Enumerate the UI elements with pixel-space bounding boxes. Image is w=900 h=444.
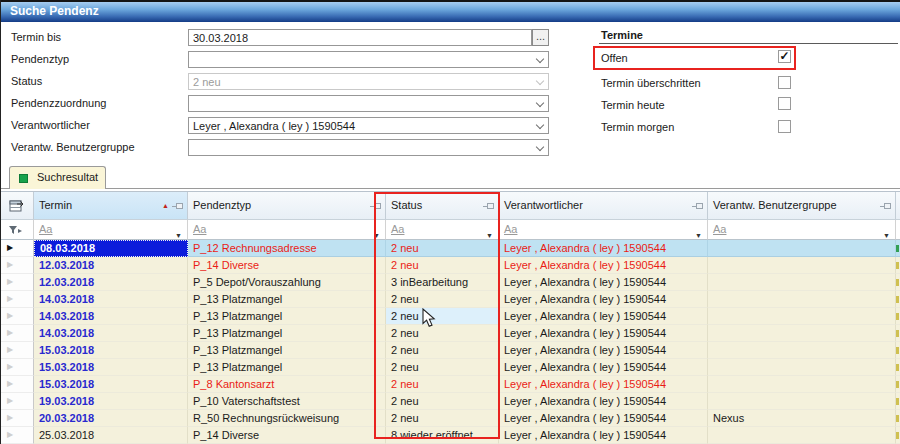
cell-pendenztyp[interactable]: P_14 Diverse [188,257,386,274]
cell-verantw-benutzergruppe[interactable]: Nexus [708,410,896,427]
filter-gutter-cell[interactable] [1,220,34,240]
verantw-benutzergruppe-dropdown[interactable] [188,139,549,156]
table-row[interactable]: ▶20.03.2018R_50 Rechnungsrückweisung2 ne… [1,410,900,427]
table-row[interactable]: ▶15.03.2018P_8 Kantonsarzt2 neuLeyer , A… [1,376,900,393]
cell-termin[interactable]: 20.03.2018 [34,410,188,427]
pendenzzuordnung-dropdown[interactable] [188,95,549,112]
row-indicator-cell[interactable]: ▶ [1,410,34,427]
table-row[interactable]: ▶14.03.2018P_13 Platzmangel2 neuLeyer , … [1,308,900,325]
cell-status[interactable]: 2 neu [386,393,499,410]
termin-heute-checkbox[interactable] [778,97,791,110]
cell-pendenztyp[interactable]: P_8 Kantonsarzt [188,376,386,393]
cell-status[interactable]: 2 neu [386,291,499,308]
column-header-termin[interactable]: Termin ▲ [34,192,188,220]
pin-icon[interactable] [696,203,703,209]
row-indicator-cell[interactable]: ▶ [1,427,34,444]
cell-verantwortlicher[interactable]: Leyer , Alexandra ( ley ) 1590544 [499,274,708,291]
offen-checkbox[interactable]: ✓ [778,50,791,63]
filter-cell-pendenztyp[interactable]: Aa▼ [188,220,386,240]
cell-termin[interactable]: 15.03.2018 [34,359,188,376]
table-row[interactable]: ▶15.03.2018P_13 Platzmangel2 neuLeyer , … [1,359,900,376]
pin-icon[interactable] [374,203,381,209]
filter-dropdown-icon[interactable]: ▼ [486,226,493,245]
row-indicator-cell[interactable]: ▶ [1,274,34,291]
row-indicator-cell[interactable]: ▶ [1,393,34,410]
cell-status[interactable]: 2 neu [386,308,499,325]
cell-status[interactable]: 2 neu [386,342,499,359]
filter-cell-status[interactable]: Aa▼ [386,220,499,240]
cell-pendenztyp[interactable]: P_13 Platzmangel [188,325,386,342]
cell-verantw-benutzergruppe[interactable] [708,240,896,257]
row-indicator-cell[interactable]: ▶ [1,240,34,257]
table-corner-cell[interactable] [1,192,34,220]
cell-pendenztyp[interactable]: P_13 Platzmangel [188,359,386,376]
cell-termin[interactable]: 19.03.2018 [34,393,188,410]
table-row[interactable]: ▶12.03.2018P_5 Depot/Vorauszahlung3 inBe… [1,274,900,291]
cell-termin[interactable]: 12.03.2018 [34,274,188,291]
table-row[interactable]: ▶08.03.2018P_12 Rechnungsadresse2 neuLey… [1,240,900,257]
cell-status[interactable]: 2 neu [386,410,499,427]
cell-pendenztyp[interactable]: P_10 Vaterschaftstest [188,393,386,410]
cell-verantwortlicher[interactable]: Leyer , Alexandra ( ley ) 1590544 [499,410,708,427]
row-indicator-cell[interactable]: ▶ [1,308,34,325]
termin-ueberschritten-checkbox[interactable] [778,76,791,89]
cell-verantwortlicher[interactable]: Leyer , Alexandra ( ley ) 1590544 [499,257,708,274]
verantwortlicher-dropdown[interactable]: Leyer , Alexandra ( ley ) 1590544 [188,117,549,134]
cell-pendenztyp[interactable]: P_13 Platzmangel [188,342,386,359]
cell-verantwortlicher[interactable]: Leyer , Alexandra ( ley ) 1590544 [499,342,708,359]
cell-verantw-benutzergruppe[interactable] [708,342,896,359]
cell-verantwortlicher[interactable]: Leyer , Alexandra ( ley ) 1590544 [499,240,708,257]
cell-termin[interactable]: 15.03.2018 [34,342,188,359]
column-header-status[interactable]: Status [386,192,499,220]
cell-termin[interactable]: 14.03.2018 [34,308,188,325]
cell-verantw-benutzergruppe[interactable] [708,325,896,342]
pin-icon[interactable] [487,203,494,209]
cell-status[interactable]: 3 inBearbeitung [386,274,499,291]
cell-verantw-benutzergruppe[interactable] [708,359,896,376]
cell-verantw-benutzergruppe[interactable] [708,308,896,325]
cell-verantwortlicher[interactable]: Leyer , Alexandra ( ley ) 1590544 [499,376,708,393]
row-indicator-cell[interactable]: ▶ [1,325,34,342]
cell-verantw-benutzergruppe[interactable] [708,427,896,444]
row-indicator-cell[interactable]: ▶ [1,376,34,393]
cell-verantwortlicher[interactable]: Leyer , Alexandra ( ley ) 1590544 [499,393,708,410]
cell-termin[interactable]: 08.03.2018 [34,240,188,257]
filter-dropdown-icon[interactable]: ▼ [373,226,380,245]
cell-pendenztyp[interactable]: P_13 Platzmangel [188,291,386,308]
cell-verantw-benutzergruppe[interactable] [708,257,896,274]
cell-pendenztyp[interactable]: R_50 Rechnungsrückweisung [188,410,386,427]
cell-pendenztyp[interactable]: P_5 Depot/Vorauszahlung [188,274,386,291]
status-dropdown[interactable]: 2 neu [188,73,549,90]
cell-status[interactable]: 2 neu [386,359,499,376]
cell-status[interactable]: 2 neu [386,376,499,393]
cell-termin[interactable]: 25.03.2018 [34,427,188,444]
cell-verantw-benutzergruppe[interactable] [708,274,896,291]
column-header-pendenztyp[interactable]: Pendenztyp [188,192,386,220]
cell-verantw-benutzergruppe[interactable] [708,376,896,393]
pendenztyp-dropdown[interactable] [188,51,549,68]
table-row[interactable]: ▶14.03.2018P_13 Platzmangel2 neuLeyer , … [1,325,900,342]
table-row[interactable]: ▶19.03.2018P_10 Vaterschaftstest2 neuLey… [1,393,900,410]
cell-verantw-benutzergruppe[interactable] [708,291,896,308]
pin-icon[interactable] [884,203,891,209]
filter-dropdown-icon[interactable]: ▼ [883,226,890,245]
date-picker-button[interactable]: ... [532,29,549,46]
table-row[interactable]: ▶14.03.2018P_13 Platzmangel2 neuLeyer , … [1,291,900,308]
table-row[interactable]: ▶25.03.2018P_14 Diverse8 wieder eröffnet… [1,427,900,444]
row-indicator-cell[interactable]: ▶ [1,291,34,308]
termin-bis-input[interactable]: 30.03.2018 [188,29,532,46]
cell-verantwortlicher[interactable]: Leyer , Alexandra ( ley ) 1590544 [499,291,708,308]
cell-termin[interactable]: 12.03.2018 [34,257,188,274]
filter-dropdown-icon[interactable]: ▼ [175,226,182,245]
filter-cell-termin[interactable]: Aa▼ [34,220,188,240]
filter-cell-verantw-benutzergruppe[interactable]: Aa▼ [708,220,896,240]
cell-status[interactable]: 2 neu [386,325,499,342]
cell-termin[interactable]: 14.03.2018 [34,291,188,308]
pin-icon[interactable] [176,203,183,209]
cell-status[interactable]: 2 neu [386,240,499,257]
cell-pendenztyp[interactable]: P_12 Rechnungsadresse [188,240,386,257]
filter-dropdown-icon[interactable]: ▼ [695,226,702,245]
cell-verantwortlicher[interactable]: Leyer , Alexandra ( ley ) 1590544 [499,308,708,325]
tab-suchresultat[interactable]: Suchresultat [9,166,106,189]
row-indicator-cell[interactable]: ▶ [1,359,34,376]
